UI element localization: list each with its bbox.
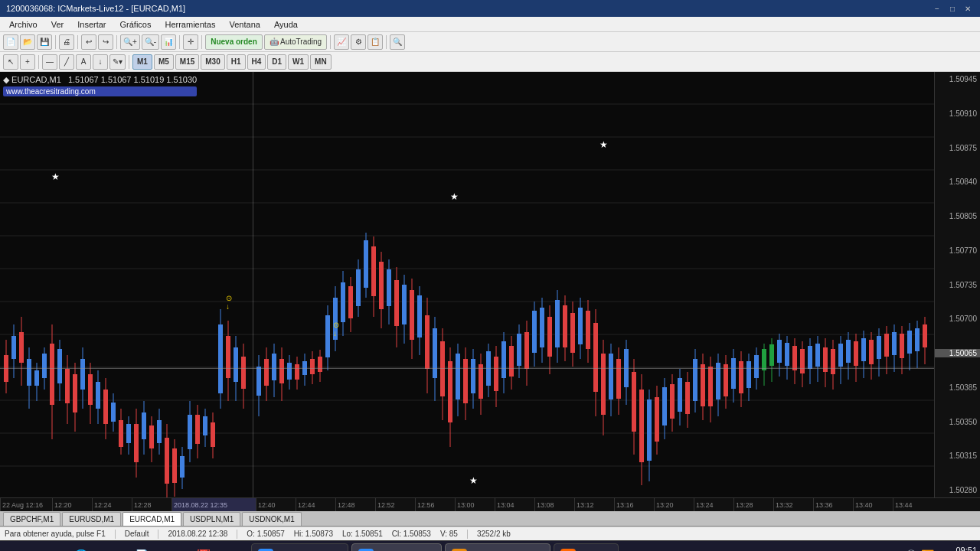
experts-button[interactable]: ⚙ (351, 34, 366, 50)
new-chart-button[interactable]: 📄 (3, 34, 18, 50)
crosshair-button[interactable]: ✛ (183, 34, 198, 50)
svg-rect-63 (195, 415, 200, 444)
tf-mn[interactable]: MN (310, 54, 332, 70)
toolbar-separator (330, 35, 331, 49)
taskbar-zoom[interactable]: Z Zoom - Free Accou (251, 543, 348, 552)
zoom-in-button[interactable]: 🔍+ (120, 34, 140, 50)
print-button[interactable]: 🖨 (59, 34, 74, 50)
menu-herramientas[interactable]: Herramientas (158, 18, 221, 31)
svg-rect-193 (701, 364, 705, 406)
star-marker-3: ★ (599, 139, 608, 150)
svg-rect-91 (310, 359, 315, 374)
candle-group (4, 233, 927, 497)
taskbar: ⊞ 📁 🌐 ◉ 📄 🖊 📅 ◉ Z Zoom - Free Accou 🎥 Me… (0, 540, 980, 551)
autotrading-button[interactable]: 🤖 AutoTrading (264, 34, 327, 50)
taskbar-app3[interactable]: 🖊 (159, 543, 187, 552)
search-button[interactable]: 🔍 (390, 34, 405, 50)
svg-rect-241 (884, 334, 889, 357)
taskbar-meeting-controls[interactable]: 🎥 Meeting Controls (351, 543, 442, 552)
tab-eurcad[interactable]: EURCAD,M1 (122, 512, 181, 526)
svg-rect-19 (27, 359, 31, 386)
svg-rect-199 (724, 364, 728, 396)
time-label: 13:16 (614, 498, 654, 511)
toolbar-separator (55, 35, 56, 49)
svg-rect-185 (670, 384, 675, 419)
tf-m15[interactable]: M15 (175, 54, 199, 70)
tf-h1[interactable]: H1 (227, 54, 246, 70)
svg-rect-67 (211, 422, 215, 447)
template-button[interactable]: 📋 (368, 34, 383, 50)
arrow-tool[interactable]: ↓ (93, 54, 108, 70)
chart-container[interactable]: ◆ EURCAD,M1 1.51067 1.51067 1.51019 1.51… (0, 72, 980, 497)
taskbar-app1[interactable]: ◉ (98, 543, 126, 552)
svg-rect-79 (264, 359, 269, 386)
open-button[interactable]: 📂 (20, 34, 35, 50)
new-order-button[interactable]: Nueva orden (205, 34, 263, 50)
tf-m5[interactable]: M5 (154, 54, 174, 70)
tf-d1[interactable]: D1 (267, 54, 286, 70)
profile-value: Default (125, 530, 149, 538)
maximize-button[interactable]: □ (946, 3, 959, 14)
tab-usdnok[interactable]: USDNOK,M1 (242, 512, 301, 526)
star-marker-4: ★ (469, 475, 478, 486)
tab-eurusd[interactable]: EURUSD,M1 (62, 512, 121, 526)
tab-gbpchf[interactable]: GBPCHF,M1 (3, 512, 60, 526)
tab-usdpln[interactable]: USDPLN,M1 (183, 512, 240, 526)
svg-rect-45 (126, 424, 131, 443)
line-tool[interactable]: — (42, 54, 57, 70)
text-tool[interactable]: A (76, 54, 91, 70)
save-button[interactable]: 💾 (37, 34, 52, 50)
taskbar-icmarkets[interactable]: IC 1200036068: ICMar... (445, 543, 550, 552)
taskbar-app4[interactable]: 📅 (190, 543, 217, 552)
menu-ver[interactable]: Ver (45, 18, 70, 31)
svg-rect-127 (448, 361, 452, 422)
draw-more[interactable]: ✎▾ (109, 54, 126, 70)
time-label: 12:20 (52, 498, 92, 511)
indicators-button[interactable]: 📈 (334, 34, 349, 50)
svg-rect-51 (149, 425, 154, 448)
start-button[interactable]: ⊞ (3, 543, 34, 552)
chart-properties-button[interactable]: 📊 (161, 34, 176, 50)
menu-ventana[interactable]: Ventana (224, 18, 266, 31)
taskbar-iq-option[interactable]: IQ IQ Option (554, 543, 619, 552)
close-button[interactable]: ✕ (962, 3, 974, 14)
menu-insertar[interactable]: Insertar (71, 18, 112, 31)
minimize-button[interactable]: − (931, 3, 943, 14)
time-label-highlight: 2018.08.22 12:35 (172, 498, 256, 511)
tf-m30[interactable]: M30 (201, 54, 224, 70)
svg-rect-227 (831, 349, 835, 374)
fib-tool[interactable]: ╱ (59, 54, 74, 70)
tf-m1[interactable]: M1 (132, 54, 152, 70)
svg-rect-235 (861, 338, 866, 361)
svg-rect-221 (808, 346, 812, 369)
redo-button[interactable]: ↪ (98, 34, 113, 50)
svg-rect-25 (50, 344, 54, 405)
svg-rect-163 (586, 311, 590, 349)
menu-graficos[interactable]: Gráficos (114, 18, 158, 31)
time-label: 13:00 (455, 498, 495, 511)
draw-tool[interactable]: ↖ (3, 54, 18, 70)
help-text: Para obtener ayuda, pulse F1 (5, 530, 106, 538)
taskbar-browser[interactable]: 🌐 (67, 543, 95, 552)
volume-value: V: 85 (440, 530, 458, 538)
candlestick-chart[interactable] (0, 72, 934, 497)
tf-h4[interactable]: H4 (247, 54, 266, 70)
chart-header: ◆ EURCAD,M1 1.51067 1.51067 1.51019 1.51… (3, 75, 197, 96)
time-label: 13:36 (813, 498, 853, 511)
zoom-out-button[interactable]: 🔍- (142, 34, 159, 50)
taskbar-app2[interactable]: 📄 (129, 543, 156, 552)
crosshair-tool[interactable]: + (20, 54, 35, 70)
svg-rect-57 (172, 448, 177, 483)
undo-button[interactable]: ↩ (81, 34, 96, 50)
taskbar-file-explorer[interactable]: 📁 (37, 543, 64, 552)
taskbar-app5[interactable]: ◉ (220, 543, 248, 552)
tf-w1[interactable]: W1 (288, 54, 309, 70)
time-label: 13:28 (733, 498, 773, 511)
svg-rect-131 (463, 359, 468, 403)
menu-ayuda[interactable]: Ayuda (268, 18, 304, 31)
menu-archivo[interactable]: Archivo (3, 18, 44, 31)
svg-rect-157 (563, 305, 567, 347)
toolbar-main: 📄 📂 💾 🖨 ↩ ↪ 🔍+ 🔍- 📊 ✛ Nueva orden 🤖 Auto… (0, 32, 980, 52)
svg-rect-119 (417, 295, 422, 337)
svg-rect-233 (854, 341, 858, 366)
